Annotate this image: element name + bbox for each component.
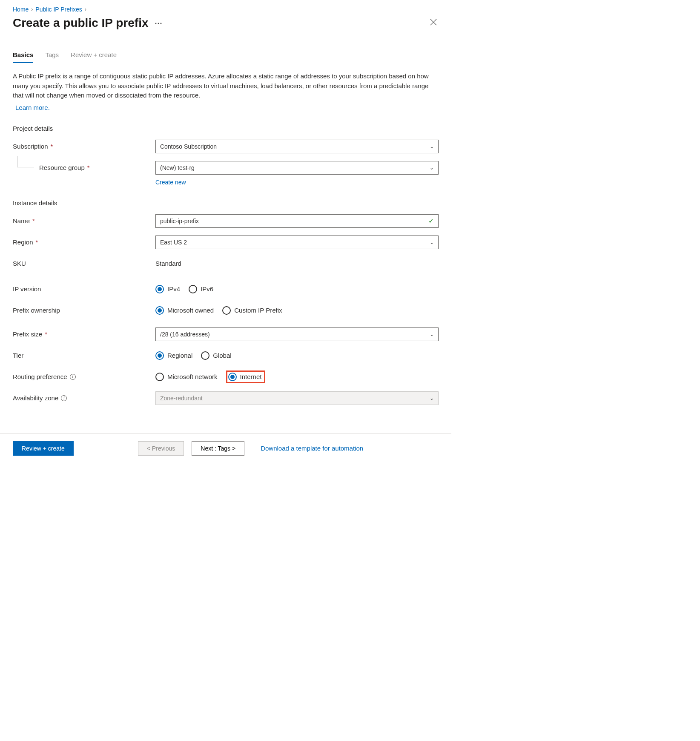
label-name: Name* bbox=[13, 217, 155, 224]
breadcrumb-home[interactable]: Home bbox=[13, 6, 29, 13]
previous-button: < Previous bbox=[138, 441, 184, 456]
label-tier: Tier bbox=[13, 352, 155, 359]
more-icon[interactable]: ⋯ bbox=[155, 18, 162, 28]
label-sku: SKU bbox=[13, 260, 155, 267]
close-icon[interactable] bbox=[428, 17, 439, 29]
region-select[interactable]: East US 2 ⌄ bbox=[155, 236, 439, 249]
page-title-text: Create a public IP prefix bbox=[13, 16, 149, 30]
chevron-down-icon: ⌄ bbox=[430, 331, 434, 337]
tab-review[interactable]: Review + create bbox=[71, 51, 117, 63]
footer-bar: Review + create < Previous Next : Tags >… bbox=[0, 433, 451, 463]
label-prefix-ownership: Prefix ownership bbox=[13, 307, 155, 314]
resource-group-select[interactable]: (New) test-rg ⌄ bbox=[155, 161, 439, 175]
chevron-down-icon: ⌄ bbox=[430, 165, 434, 171]
tab-basics[interactable]: Basics bbox=[13, 51, 33, 63]
tab-tags[interactable]: Tags bbox=[45, 51, 59, 63]
label-resource-group: Resource group* bbox=[13, 164, 155, 171]
tabs: Basics Tags Review + create bbox=[0, 34, 451, 63]
highlight-routing-internet: Internet bbox=[226, 370, 266, 383]
availability-zone-select: Zone-redundant ⌄ bbox=[155, 391, 439, 405]
intro-text: A Public IP prefix is a range of contigu… bbox=[13, 72, 439, 101]
label-subscription: Subscription* bbox=[13, 143, 155, 150]
breadcrumb-parent[interactable]: Public IP Prefixes bbox=[35, 6, 82, 13]
label-ip-version: IP version bbox=[13, 285, 155, 293]
page-title: Create a public IP prefix ⋯ bbox=[13, 16, 162, 30]
label-availability-zone: Availability zone i bbox=[13, 394, 155, 402]
learn-more-link[interactable]: Learn more. bbox=[15, 104, 50, 111]
chevron-right-icon: › bbox=[31, 6, 33, 12]
label-prefix-size: Prefix size* bbox=[13, 330, 155, 338]
breadcrumb: Home › Public IP Prefixes › bbox=[0, 0, 451, 16]
radio-microsoft-owned[interactable]: Microsoft owned bbox=[155, 306, 214, 315]
chevron-down-icon: ⌄ bbox=[430, 239, 434, 245]
sku-value: Standard bbox=[155, 258, 439, 269]
radio-ipv6[interactable]: IPv6 bbox=[189, 285, 213, 293]
radio-custom-ip-prefix[interactable]: Custom IP Prefix bbox=[222, 306, 282, 315]
chevron-right-icon: › bbox=[85, 6, 86, 12]
chevron-down-icon: ⌄ bbox=[430, 395, 434, 401]
info-icon[interactable]: i bbox=[70, 374, 76, 380]
radio-microsoft-network[interactable]: Microsoft network bbox=[155, 373, 218, 381]
radio-ipv4[interactable]: IPv4 bbox=[155, 285, 180, 293]
download-template-link[interactable]: Download a template for automation bbox=[261, 445, 363, 452]
section-project-details: Project details bbox=[13, 125, 439, 132]
radio-regional[interactable]: Regional bbox=[155, 351, 192, 360]
label-routing-preference: Routing preference i bbox=[13, 373, 155, 380]
prefix-size-select[interactable]: /28 (16 addresses) ⌄ bbox=[155, 327, 439, 341]
review-create-button[interactable]: Review + create bbox=[13, 441, 74, 456]
radio-internet[interactable]: Internet bbox=[228, 373, 262, 381]
name-input[interactable]: public-ip-prefix ✓ bbox=[155, 214, 439, 228]
check-icon: ✓ bbox=[428, 217, 434, 225]
label-region: Region* bbox=[13, 238, 155, 246]
info-icon[interactable]: i bbox=[61, 395, 67, 401]
create-new-link[interactable]: Create new bbox=[155, 179, 186, 186]
section-instance-details: Instance details bbox=[13, 199, 439, 207]
next-button[interactable]: Next : Tags > bbox=[192, 441, 244, 456]
chevron-down-icon: ⌄ bbox=[430, 144, 434, 149]
radio-global[interactable]: Global bbox=[201, 351, 231, 360]
subscription-select[interactable]: Contoso Subscription ⌄ bbox=[155, 140, 439, 153]
